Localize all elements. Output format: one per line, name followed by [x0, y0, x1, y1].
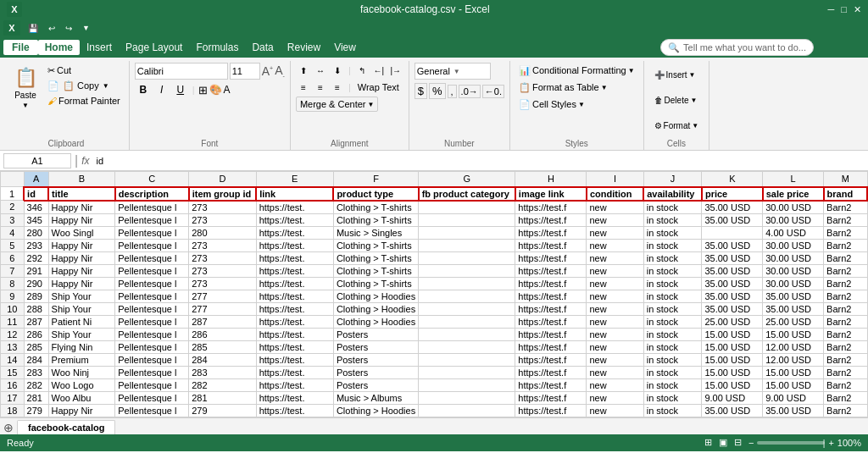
cell[interactable]: new — [587, 290, 643, 302]
cell[interactable]: in stock — [643, 404, 702, 417]
cell[interactable]: 35.00 USD — [702, 201, 763, 214]
copy-button[interactable]: 📄 📋 Copy ▼ — [44, 78, 124, 93]
cell[interactable]: 30.00 USD — [763, 251, 824, 264]
cell[interactable]: 15.00 USD — [702, 328, 763, 340]
cell[interactable]: in stock — [643, 290, 702, 302]
redo-btn[interactable]: ↪ — [63, 23, 75, 34]
cell[interactable]: 15.00 USD — [702, 353, 763, 366]
cell[interactable]: Pellentesque l — [115, 378, 189, 391]
cell[interactable]: image link — [515, 187, 587, 201]
cell[interactable]: https://test.f — [515, 391, 587, 404]
cell[interactable]: title — [48, 187, 115, 201]
accounting-button[interactable]: $ — [415, 83, 427, 99]
cell[interactable]: Happy Nir — [48, 239, 115, 251]
cell[interactable]: Pellentesque l — [115, 226, 189, 239]
cell[interactable]: https://test.f — [515, 302, 587, 315]
cell[interactable]: https://test.f — [515, 404, 587, 417]
cell[interactable]: 30.00 USD — [763, 264, 824, 277]
bold-button[interactable]: B — [135, 81, 152, 98]
cell[interactable]: link — [256, 187, 333, 201]
cell[interactable]: https://test.f — [515, 328, 587, 340]
cell[interactable]: 35.00 USD — [702, 404, 763, 417]
cell[interactable]: Barn2 — [824, 290, 867, 302]
cell[interactable]: 277 — [189, 290, 256, 302]
cell[interactable]: Ship Your — [48, 290, 115, 302]
cell[interactable]: Barn2 — [824, 302, 867, 315]
cell[interactable]: Posters — [333, 353, 418, 366]
cell[interactable]: 285 — [24, 340, 48, 353]
cell[interactable]: https://test. — [256, 277, 333, 290]
cell[interactable]: https://test. — [256, 328, 333, 340]
cell[interactable] — [419, 404, 515, 417]
cell[interactable]: Happy Nir — [48, 213, 115, 226]
decrease-decimal-button[interactable]: ←0. — [482, 85, 504, 98]
cell[interactable]: new — [587, 353, 643, 366]
cell[interactable]: in stock — [643, 277, 702, 290]
cell[interactable]: Barn2 — [824, 201, 867, 214]
text-direction-button[interactable]: ↰ — [354, 63, 370, 78]
cell[interactable] — [419, 201, 515, 214]
cell[interactable]: 281 — [189, 391, 256, 404]
cell[interactable] — [419, 378, 515, 391]
cell[interactable]: Barn2 — [824, 328, 867, 340]
cell[interactable]: Woo Ninj — [48, 366, 115, 378]
cell[interactable]: Pellentesque l — [115, 404, 189, 417]
cell[interactable]: Barn2 — [824, 277, 867, 290]
cell[interactable]: Pellentesque l — [115, 366, 189, 378]
cell[interactable]: Woo Logo — [48, 378, 115, 391]
cell[interactable]: 287 — [24, 315, 48, 328]
cell[interactable]: Clothing > T-shirts — [333, 213, 418, 226]
cell[interactable]: Music > Albums — [333, 391, 418, 404]
cell[interactable]: Barn2 — [824, 353, 867, 366]
borders-button[interactable]: ⊞ — [198, 84, 208, 97]
cell[interactable]: https://test.f — [515, 315, 587, 328]
cell[interactable]: https://test. — [256, 340, 333, 353]
cell[interactable]: Pellentesque l — [115, 391, 189, 404]
cell[interactable]: https://test. — [256, 264, 333, 277]
number-format-combo[interactable]: General ▼ — [415, 63, 491, 80]
menu-data[interactable]: Data — [245, 40, 280, 55]
cell[interactable]: https://test. — [256, 378, 333, 391]
format-button[interactable]: ⚙ Format ▼ — [649, 113, 704, 137]
undo-btn[interactable]: ↩ — [46, 23, 58, 34]
cell[interactable]: 280 — [189, 226, 256, 239]
cell[interactable]: product type — [333, 187, 418, 201]
cell[interactable]: https://test.f — [515, 290, 587, 302]
cell[interactable]: 30.00 USD — [763, 201, 824, 214]
cell[interactable]: Barn2 — [824, 213, 867, 226]
align-middle-button[interactable]: ↔ — [313, 63, 328, 78]
cell[interactable]: Barn2 — [824, 239, 867, 251]
cell[interactable]: https://test.f — [515, 226, 587, 239]
cell[interactable]: Barn2 — [824, 404, 867, 417]
name-box[interactable] — [3, 153, 71, 168]
delete-button[interactable]: 🗑 Delete ▼ — [649, 88, 703, 112]
cell[interactable]: new — [587, 366, 643, 378]
cell[interactable]: 30.00 USD — [763, 239, 824, 251]
cell[interactable]: Pellentesque l — [115, 290, 189, 302]
cell[interactable]: 35.00 USD — [763, 404, 824, 417]
col-header-a[interactable]: A — [24, 172, 48, 187]
col-header-j[interactable]: J — [643, 172, 702, 187]
menu-page-layout[interactable]: Page Layout — [119, 40, 189, 55]
cell[interactable]: https://test. — [256, 251, 333, 264]
cell[interactable]: 25.00 USD — [763, 315, 824, 328]
cell[interactable]: Pellentesque l — [115, 239, 189, 251]
cell[interactable]: 35.00 USD — [702, 251, 763, 264]
cell[interactable]: Barn2 — [824, 315, 867, 328]
cell[interactable]: https://test. — [256, 366, 333, 378]
cell[interactable]: 15.00 USD — [763, 378, 824, 391]
cell[interactable]: https://test.f — [515, 378, 587, 391]
align-right-button[interactable]: ≡ — [330, 80, 345, 95]
cell[interactable]: Pellentesque l — [115, 315, 189, 328]
col-header-i[interactable]: I — [587, 172, 643, 187]
cell[interactable]: 288 — [24, 302, 48, 315]
cell[interactable]: 15.00 USD — [702, 340, 763, 353]
cell[interactable]: Clothing > Hoodies — [333, 302, 418, 315]
indent-decrease-button[interactable]: ←| — [371, 63, 387, 78]
cell[interactable]: Clothing > T-shirts — [333, 277, 418, 290]
cell[interactable]: 35.00 USD — [763, 302, 824, 315]
merge-center-button[interactable]: Merge & Center ▼ — [296, 97, 379, 112]
cell[interactable]: Clothing > Hoodies — [333, 290, 418, 302]
tell-me-box[interactable]: 🔍 Tell me what you want to do... — [660, 39, 814, 56]
cell[interactable]: 291 — [24, 264, 48, 277]
